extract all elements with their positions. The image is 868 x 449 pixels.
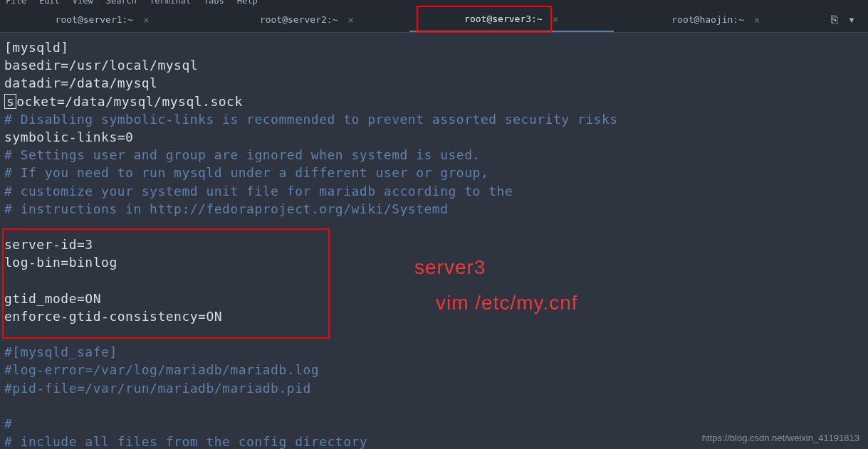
tab-bar: root@server1:~ × root@server2:~ × root@s… bbox=[0, 7, 868, 33]
terminal-line: # bbox=[4, 415, 864, 433]
terminal-line bbox=[4, 218, 864, 236]
menu-edit[interactable]: Edit bbox=[39, 0, 60, 6]
menu-search[interactable]: Search bbox=[106, 0, 137, 6]
annotation-text-vim: vim /etc/my.cnf bbox=[436, 292, 578, 315]
terminal-line: datadir=/data/mysql bbox=[4, 74, 864, 92]
terminal-line: gtid_mode=ON bbox=[4, 290, 864, 307]
terminal-line: server-id=3 bbox=[4, 236, 864, 253]
annotation-text-server3: server3 bbox=[414, 256, 486, 279]
menu-tabs[interactable]: Tabs bbox=[204, 0, 224, 6]
terminal-line: # instructions in http://fedoraproject.o… bbox=[4, 200, 864, 218]
menu-help[interactable]: Help bbox=[237, 0, 258, 6]
menu-view[interactable]: View bbox=[73, 0, 93, 6]
menu-terminal[interactable]: Terminal bbox=[150, 0, 191, 6]
terminal-line: enforce-gtid-consistency=ON bbox=[4, 307, 864, 325]
terminal-line: # Disabling symbolic-links is recommende… bbox=[4, 110, 864, 128]
terminal-line: # Settings user and group are ignored wh… bbox=[4, 146, 864, 164]
close-icon[interactable]: × bbox=[553, 14, 558, 25]
terminal-line: # If you need to run mysqld under a diff… bbox=[4, 164, 864, 181]
tab-server3[interactable]: root@server3:~ × bbox=[409, 7, 614, 32]
tab-haojin[interactable]: root@haojin:~ × bbox=[614, 7, 818, 32]
share-icon[interactable]: ⎘ bbox=[831, 13, 838, 26]
tab-server2[interactable]: root@server2:~ × bbox=[204, 7, 409, 32]
terminal-line: symbolic-links=0 bbox=[4, 128, 864, 146]
terminal-line: #pid-file=/var/run/mariadb/mariadb.pid bbox=[4, 379, 864, 397]
terminal-line: # customize your systemd unit file for m… bbox=[4, 182, 864, 200]
terminal-content[interactable]: [mysqld]basedir=/usr/local/mysqldatadir=… bbox=[0, 33, 868, 449]
terminal-line bbox=[4, 325, 864, 343]
dropdown-icon[interactable]: ▾ bbox=[848, 13, 855, 26]
terminal-line: #log-error=/var/log/mariadb/mariadb.log bbox=[4, 361, 864, 379]
terminal-line bbox=[4, 397, 864, 415]
close-icon[interactable]: × bbox=[754, 14, 760, 26]
tab-label: root@server2:~ bbox=[260, 14, 338, 25]
tab-server1[interactable]: root@server1:~ × bbox=[0, 7, 204, 32]
tab-label: root@server1:~ bbox=[56, 14, 134, 25]
menu-file[interactable]: File bbox=[6, 0, 26, 6]
terminal-line: [mysqld] bbox=[4, 38, 864, 56]
watermark-text: https://blog.csdn.net/weixin_41191813 bbox=[702, 433, 859, 443]
tab-actions: ⎘ ▾ bbox=[818, 7, 868, 32]
cursor-position: s bbox=[4, 94, 16, 110]
close-icon[interactable]: × bbox=[347, 14, 353, 26]
terminal-line: basedir=/usr/local/mysql bbox=[4, 56, 864, 74]
tab-label: root@server3:~ bbox=[464, 14, 543, 24]
menu-bar: File Edit View Search Terminal Tabs Help bbox=[0, 0, 868, 7]
terminal-line: #[mysqld_safe] bbox=[4, 343, 864, 361]
close-icon[interactable]: × bbox=[143, 14, 149, 26]
tab-label: root@haojin:~ bbox=[671, 14, 744, 25]
terminal-line: socket=/data/mysql/mysql.sock bbox=[4, 93, 864, 110]
